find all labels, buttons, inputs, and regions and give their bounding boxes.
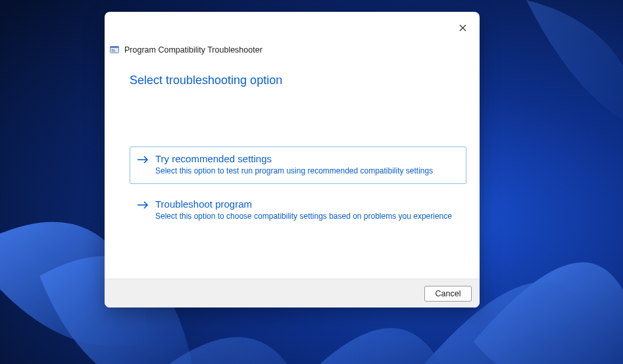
option-title: Troubleshoot program [155, 198, 452, 210]
cancel-button[interactable]: Cancel [424, 286, 472, 302]
troubleshooter-icon [109, 45, 120, 55]
close-icon [459, 24, 466, 32]
option-troubleshoot-program[interactable]: Troubleshoot program Select this option … [130, 192, 466, 229]
arrow-right-icon [137, 200, 149, 212]
options-list: Try recommended settings Select this opt… [105, 147, 480, 237]
close-button[interactable] [455, 20, 470, 35]
page-heading: Select troubleshooting option [130, 74, 480, 87]
option-title: Try recommended settings [155, 153, 433, 164]
option-try-recommended[interactable]: Try recommended settings Select this opt… [130, 147, 466, 184]
svg-rect-6 [112, 51, 116, 51]
dialog-title: Program Compatibility Troubleshooter [124, 45, 262, 55]
arrow-right-icon [137, 154, 149, 166]
svg-rect-5 [112, 49, 114, 50]
compatibility-troubleshooter-dialog: Program Compatibility Troubleshooter Sel… [105, 12, 480, 307]
svg-rect-4 [111, 47, 119, 49]
option-description: Select this option to choose compatibili… [155, 211, 452, 221]
option-description: Select this option to test run program u… [155, 166, 433, 176]
dialog-footer: Cancel [105, 279, 480, 307]
dialog-header: Program Compatibility Troubleshooter [105, 12, 480, 55]
